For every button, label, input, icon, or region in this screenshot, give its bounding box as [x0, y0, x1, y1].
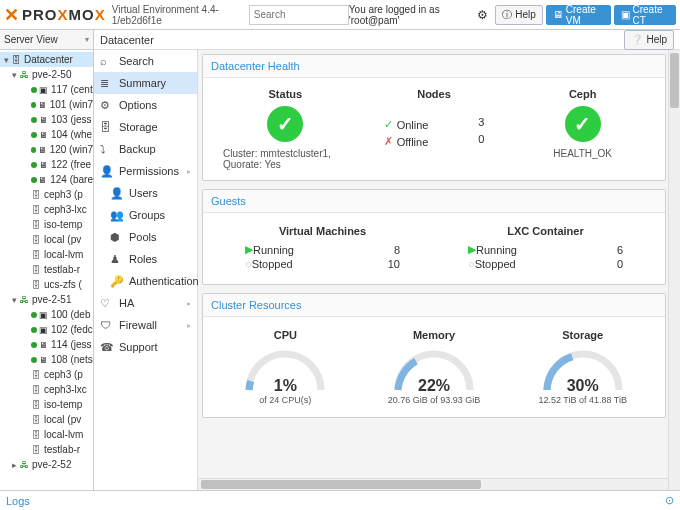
- tree-item[interactable]: 🖥101 (win7: [0, 97, 93, 112]
- menu-users[interactable]: 👤Users: [94, 182, 197, 204]
- tree-panel: Server View ▾ ▾🗄Datacenter▾🖧pve-2-50▣117…: [0, 30, 94, 490]
- play-icon: ▶: [468, 243, 476, 256]
- stopped-label: Stopped: [252, 258, 293, 270]
- horizontal-scrollbar[interactable]: [198, 478, 668, 490]
- gear-icon[interactable]: ⚙: [477, 8, 488, 22]
- online-check-icon: ✓: [384, 118, 393, 131]
- storage-heading: Storage: [512, 329, 653, 341]
- monitor-icon: 🖥: [553, 9, 563, 20]
- tree-item[interactable]: 🖥104 (whe: [0, 127, 93, 142]
- tree-node[interactable]: ▾🖧pve-2-50: [0, 67, 93, 82]
- chevron-down-icon: ▾: [85, 35, 89, 44]
- tree-node[interactable]: ▾🖧pve-2-51: [0, 292, 93, 307]
- logo-x-icon: ✕: [4, 4, 20, 26]
- menu-firewall[interactable]: 🛡Firewall▸: [94, 314, 197, 336]
- tree-datacenter[interactable]: ▾🗄Datacenter: [0, 52, 93, 67]
- cpu-pct: 1%: [240, 377, 330, 395]
- memory-heading: Memory: [364, 329, 505, 341]
- nodes-column: Nodes ✓Online3 ✗Offline0: [360, 86, 509, 172]
- lxc-running-count: 6: [617, 244, 623, 256]
- menu-label: Options: [119, 99, 157, 111]
- panel-help-button[interactable]: ❔Help: [624, 30, 674, 50]
- tree-item[interactable]: 🗄local (pv: [0, 412, 93, 427]
- tree-item[interactable]: 🗄ceph3 (p: [0, 187, 93, 202]
- menu-storage[interactable]: 🗄Storage: [94, 116, 197, 138]
- guests-title: Guests: [203, 190, 665, 213]
- vertical-scrollbar[interactable]: [668, 50, 680, 490]
- tree-item[interactable]: 🗄iso-temp: [0, 397, 93, 412]
- tree-item[interactable]: 🖥122 (free: [0, 157, 93, 172]
- menu-authentication[interactable]: 🔑Authentication: [94, 270, 197, 292]
- health-title: Datacenter Health: [203, 55, 665, 78]
- create-ct-label: Create CT: [633, 4, 670, 26]
- tree-item[interactable]: 🖥120 (win7: [0, 142, 93, 157]
- menu-ha[interactable]: ♡HA▸: [94, 292, 197, 314]
- vm-running-count: 8: [394, 244, 400, 256]
- create-vm-button[interactable]: 🖥Create VM: [546, 5, 611, 25]
- ceph-status: HEALTH_OK: [512, 148, 653, 159]
- menu-search[interactable]: ⌕Search: [94, 50, 197, 72]
- menu-label: Storage: [119, 121, 158, 133]
- tree-item[interactable]: 🗄iso-temp: [0, 217, 93, 232]
- tree-item[interactable]: 🖥108 (nets: [0, 352, 93, 367]
- tree-item[interactable]: 🗄local-lvm: [0, 427, 93, 442]
- tree-item[interactable]: 🗄ceph3-lxc: [0, 202, 93, 217]
- menu-label: Search: [119, 55, 154, 67]
- menu-summary[interactable]: ≣Summary: [94, 72, 197, 94]
- search-input[interactable]: [249, 5, 349, 25]
- tree-item[interactable]: 🗄testlab-r: [0, 442, 93, 457]
- stop-icon: ○: [245, 258, 252, 270]
- cpu-gauge: 1%: [240, 345, 330, 395]
- main-scroll[interactable]: Datacenter Health Status ✓ Cluster: mmte…: [198, 50, 680, 490]
- menu-icon: ⚙: [100, 99, 114, 112]
- menu-permissions[interactable]: 👤Permissions▸: [94, 160, 197, 182]
- cube-icon: ▣: [621, 9, 630, 20]
- help-label: Help: [515, 9, 536, 20]
- menu-icon: 👤: [110, 187, 124, 200]
- menu-label: Support: [119, 341, 158, 353]
- menu-icon: ☎: [100, 341, 114, 354]
- chevron-right-icon: ▸: [187, 167, 191, 176]
- menu-label: Permissions: [119, 165, 179, 177]
- menu-roles[interactable]: ♟Roles: [94, 248, 197, 270]
- cluster-info: Cluster: mmtestcluster1, Quorate: Yes: [215, 148, 356, 170]
- vm-heading: Virtual Machines: [215, 225, 430, 237]
- tree-item[interactable]: 🗄testlab-r: [0, 262, 93, 277]
- logo-text2: MO: [69, 6, 95, 23]
- tree-item[interactable]: ▣100 (deb: [0, 307, 93, 322]
- tree-item[interactable]: ▣117 (cent: [0, 82, 93, 97]
- tree-item[interactable]: 🗄local (pv: [0, 232, 93, 247]
- create-ct-button[interactable]: ▣Create CT: [614, 5, 677, 25]
- breadcrumb-bar: Datacenter ❔Help: [94, 30, 680, 50]
- tree-item[interactable]: 🖥103 (jess: [0, 112, 93, 127]
- tree-item[interactable]: ▣102 (fedc: [0, 322, 93, 337]
- help-button[interactable]: ⓘHelp: [495, 5, 543, 25]
- create-vm-label: Create VM: [566, 4, 604, 26]
- resources-title: Cluster Resources: [203, 294, 665, 317]
- scrollbar-thumb-h[interactable]: [201, 480, 481, 489]
- menu-pools[interactable]: ⬢Pools: [94, 226, 197, 248]
- menu-support[interactable]: ☎Support: [94, 336, 197, 358]
- scrollbar-thumb[interactable]: [670, 53, 679, 108]
- nodes-heading: Nodes: [364, 88, 505, 100]
- tree-item[interactable]: 🗄ucs-zfs (: [0, 277, 93, 292]
- status-heading: Status: [215, 88, 356, 100]
- tree-item[interactable]: 🖥114 (jess: [0, 337, 93, 352]
- help-icon: ❔: [631, 34, 643, 45]
- memory-column: Memory 22% 20.76 GiB of 93.93 GiB: [360, 325, 509, 409]
- logo-text: PRO: [22, 6, 58, 23]
- content-area: Datacenter ❔Help ⌕Search≣Summary⚙Options…: [94, 30, 680, 490]
- menu-groups[interactable]: 👥Groups: [94, 204, 197, 226]
- menu-backup[interactable]: ⤵Backup: [94, 138, 197, 160]
- tree-item[interactable]: 🗄ceph3-lxc: [0, 382, 93, 397]
- menu-label: Firewall: [119, 319, 157, 331]
- status-check-icon: ✓: [267, 106, 303, 142]
- tree-node[interactable]: ▸🖧pve-2-52: [0, 457, 93, 472]
- logs-bar[interactable]: Logs ⊙: [0, 490, 680, 510]
- tree-item[interactable]: 🗄local-lvm: [0, 247, 93, 262]
- tree-item[interactable]: 🖥124 (bare: [0, 172, 93, 187]
- view-selector[interactable]: Server View ▾: [0, 30, 93, 50]
- menu-options[interactable]: ⚙Options: [94, 94, 197, 116]
- storage-pct: 30%: [538, 377, 628, 395]
- tree-item[interactable]: 🗄ceph3 (p: [0, 367, 93, 382]
